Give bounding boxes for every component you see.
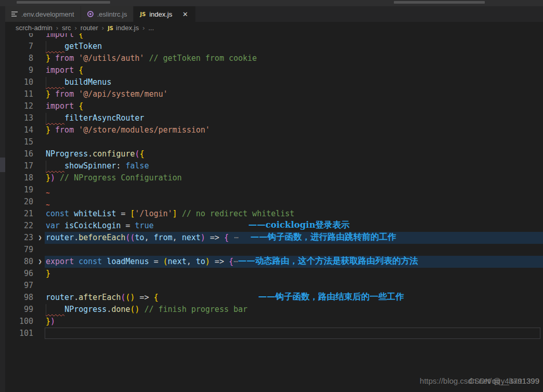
breadcrumb-label: scrch-admin <box>16 24 52 32</box>
code-text: } from '@/api/system/menu' <box>46 88 168 100</box>
line-number[interactable]: 15 <box>10 136 33 148</box>
code-line[interactable]: 9import { <box>5 64 543 76</box>
line-number[interactable]: 100 <box>10 316 33 328</box>
code-line[interactable]: 12import { <box>5 100 543 112</box>
line-number[interactable]: 14 <box>10 124 33 136</box>
code-text: buildMenus <box>46 76 111 88</box>
code-text: NProgress.done() // finish progress bar <box>46 304 247 316</box>
code-line[interactable]: 16NProgress.configure({ <box>5 148 543 160</box>
line-number[interactable]: 20 <box>10 196 33 208</box>
breadcrumb-item-router[interactable]: router <box>81 24 98 32</box>
code-text: } from '@/store/modules/permission' <box>46 124 210 136</box>
annotation-overlay: ——钩子函数，进行路由跳转前的工作 <box>250 231 396 243</box>
line-number[interactable]: 98 <box>10 292 33 304</box>
line-number[interactable]: 9 <box>10 64 33 76</box>
line-number[interactable]: 16 <box>10 148 33 160</box>
code-line[interactable]: 99 NProgress.done() // finish progress b… <box>5 304 543 316</box>
close-icon[interactable]: ✕ <box>181 10 189 18</box>
line-number[interactable]: 21 <box>10 208 33 220</box>
code-line[interactable]: 11} from '@/api/system/menu' <box>5 88 543 100</box>
chevron-right-icon: › <box>74 24 76 32</box>
code-text: NProgress.configure({ <box>46 148 144 160</box>
code-line[interactable]: 79 <box>5 244 543 256</box>
line-number[interactable]: 10 <box>10 76 33 88</box>
tab-bar: .env.development.eslintrc.jsJSindex.js✕ <box>5 6 543 22</box>
code-line[interactable]: 101 <box>5 328 543 339</box>
eslint-icon <box>87 11 94 17</box>
code-line[interactable]: 100}) <box>5 316 543 328</box>
line-number[interactable]: 23 <box>10 232 33 244</box>
code-line[interactable]: 14} from '@/store/modules/permission' <box>5 124 543 136</box>
code-text: export const loadMenus = (next, to) => {… <box>46 256 239 268</box>
rail-highlight-band <box>0 158 5 172</box>
code-line[interactable]: 13 filterAsyncRouter <box>5 112 543 124</box>
code-text: }) <box>46 316 55 328</box>
code-text: import { <box>46 64 83 76</box>
code-line[interactable]: 21const whiteList = ['/login'] // no red… <box>5 208 543 220</box>
tab-index-js[interactable]: JSindex.js✕ <box>134 6 196 22</box>
tab--env-development[interactable]: .env.development <box>5 6 81 22</box>
line-number[interactable]: 101 <box>10 328 33 339</box>
breadcrumb: scrch-admin›src›router›JSindex.js›... <box>5 22 543 33</box>
code-line[interactable]: 19~ <box>5 184 543 196</box>
breadcrumb-label: router <box>81 24 98 32</box>
menu-bar-clipped <box>0 0 543 6</box>
vscode-window: .env.development.eslintrc.jsJSindex.js✕ … <box>0 0 543 392</box>
code-text: var isCoickLogin = true <box>46 220 154 232</box>
menu-text-remnant <box>394 1 485 4</box>
code-text: } from '@/utils/auth' // getToken from c… <box>46 53 257 64</box>
tab-label: .env.development <box>21 10 74 18</box>
line-number[interactable]: 99 <box>10 304 33 316</box>
code-line[interactable]: 23❯router.beforeEach((to, from, next) =>… <box>5 232 543 244</box>
code-text: import { <box>46 100 83 112</box>
code-text: } <box>46 268 50 280</box>
editor-code-area[interactable]: 6import {7 getToken8} from '@/utils/auth… <box>5 29 543 339</box>
code-line[interactable]: 97 <box>5 280 543 292</box>
breadcrumb-label: ... <box>149 24 154 32</box>
breadcrumb-item-scrch-admin[interactable]: scrch-admin <box>16 24 52 32</box>
breadcrumb-item--[interactable]: ... <box>149 24 154 32</box>
code-text: }) // NProgress Configuration <box>46 172 182 184</box>
line-number[interactable]: 11 <box>10 88 33 100</box>
code-line[interactable]: 10 buildMenus <box>5 76 543 88</box>
breadcrumb-item-index-js[interactable]: JSindex.js <box>108 24 139 32</box>
code-text: const whiteList = ['/login'] // no redir… <box>46 208 295 220</box>
code-line[interactable]: 15 <box>5 136 543 148</box>
js-file-icon: JS <box>108 25 113 31</box>
breadcrumb-label: index.js <box>116 24 139 32</box>
fold-arrow-icon[interactable]: ❯ <box>35 232 45 244</box>
tab-label: index.js <box>149 10 172 18</box>
line-number[interactable]: 7 <box>10 41 33 53</box>
js-file-icon: JS <box>140 11 145 17</box>
chevron-right-icon: › <box>56 24 58 32</box>
code-line[interactable]: 8} from '@/utils/auth' // getToken from … <box>5 53 543 64</box>
line-number[interactable]: 17 <box>10 160 33 172</box>
line-number[interactable]: 12 <box>10 100 33 112</box>
code-line[interactable]: 20~ <box>5 196 543 208</box>
line-number[interactable]: 18 <box>10 172 33 184</box>
code-line[interactable]: 80❯export const loadMenus = (next, to) =… <box>5 256 543 268</box>
code-line[interactable]: 22var isCoickLogin = true——coicklogin登录表… <box>5 220 543 232</box>
line-number[interactable]: 97 <box>10 280 33 292</box>
line-number[interactable]: 79 <box>10 244 33 256</box>
line-number[interactable]: 8 <box>10 53 33 64</box>
tab--eslintrc-js[interactable]: .eslintrc.js <box>81 6 134 22</box>
code-line[interactable]: 17 showSpinner: false <box>5 160 543 172</box>
code-text: ~ <box>46 184 50 196</box>
code-line[interactable]: 7 getToken <box>5 41 543 53</box>
line-number[interactable]: 13 <box>10 112 33 124</box>
left-rail-clipped <box>0 6 5 392</box>
code-line[interactable]: 18}) // NProgress Configuration <box>5 172 543 184</box>
breadcrumb-label: src <box>62 24 71 32</box>
line-number[interactable]: 22 <box>10 220 33 232</box>
code-text: filterAsyncRouter <box>46 112 144 124</box>
menu-text-remnant <box>17 1 110 4</box>
code-line[interactable]: 98router.afterEach(() => {——钩子函数，路由结束后的一… <box>5 292 543 304</box>
breadcrumb-item-src[interactable]: src <box>62 24 71 32</box>
line-number[interactable]: 96 <box>10 268 33 280</box>
line-number[interactable]: 19 <box>10 184 33 196</box>
code-line[interactable]: 96} <box>5 268 543 280</box>
annotation-overlay: ——钩子函数，路由结束后的一些工作 <box>258 291 404 303</box>
fold-arrow-icon[interactable]: ❯ <box>35 256 45 268</box>
line-number[interactable]: 80 <box>10 256 33 268</box>
